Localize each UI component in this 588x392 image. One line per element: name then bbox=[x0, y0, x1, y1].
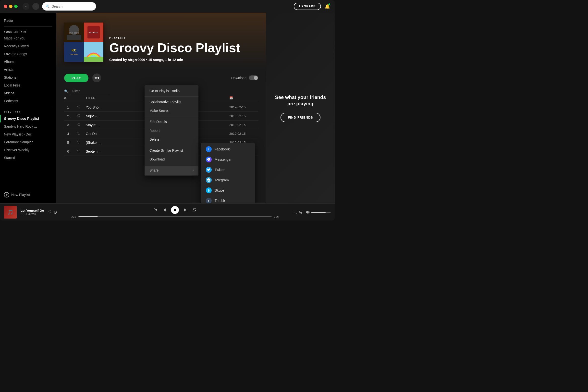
sidebar-item-albums[interactable]: Albums bbox=[0, 58, 56, 66]
playlist-song-count: 15 songs, 1 hr 12 min bbox=[148, 58, 183, 62]
context-item-create-similar[interactable]: Create Similar Playlist bbox=[144, 146, 198, 155]
sidebar-item-recently-played[interactable]: Recently Played bbox=[0, 42, 56, 50]
traffic-lights bbox=[4, 5, 18, 8]
heart-button[interactable]: ♡ bbox=[74, 105, 84, 110]
repeat-button[interactable] bbox=[192, 208, 196, 212]
filter-input[interactable] bbox=[70, 88, 110, 94]
context-item-delete[interactable]: Delete bbox=[144, 135, 198, 144]
share-item-twitter[interactable]: Twitter bbox=[201, 165, 255, 175]
svg-rect-15 bbox=[174, 209, 175, 211]
col-date: 📅 bbox=[229, 96, 249, 100]
starred-label: Starred bbox=[4, 156, 15, 160]
context-divider-4 bbox=[144, 165, 198, 165]
sidebar-item-radio[interactable]: Radio bbox=[0, 17, 56, 24]
upgrade-button[interactable]: UPGRADE bbox=[294, 3, 321, 10]
sidebar-item-stations[interactable]: Stations bbox=[0, 74, 56, 81]
heart-button[interactable]: ♡ bbox=[74, 131, 84, 136]
context-item-edit-details[interactable]: Edit Details bbox=[144, 117, 198, 126]
now-playing-heart-button[interactable]: ♡ bbox=[48, 210, 52, 214]
sidebar-item-sandy-hard-rock[interactable]: Sandy's Hard Rock ... bbox=[0, 122, 56, 130]
close-button[interactable] bbox=[4, 5, 7, 8]
svg-rect-24 bbox=[300, 212, 302, 214]
svg-text:KC: KC bbox=[72, 48, 76, 52]
sidebar-item-new-playlist-dec[interactable]: New Playlist - Dec bbox=[0, 130, 56, 138]
twitter-label: Twitter bbox=[214, 168, 225, 172]
playlist-toolbar: PLAY ••• Download bbox=[56, 70, 266, 86]
track-date: 2019-02-15 bbox=[229, 114, 249, 118]
context-item-download[interactable]: Download bbox=[144, 155, 198, 164]
svg-rect-11 bbox=[84, 57, 104, 62]
sidebar-item-artists[interactable]: Artists bbox=[0, 66, 56, 74]
next-button[interactable] bbox=[184, 208, 188, 212]
sidebar-item-local-files[interactable]: Local Files bbox=[0, 81, 56, 89]
search-input[interactable] bbox=[52, 4, 92, 8]
back-button[interactable]: ‹ bbox=[22, 3, 30, 10]
sidebar-item-videos[interactable]: Videos bbox=[0, 89, 56, 97]
collaborative-label: Collaborative Playlist bbox=[150, 100, 181, 104]
playlists-label: PLAYLISTS bbox=[0, 109, 56, 115]
more-options-button[interactable]: ••• bbox=[92, 74, 101, 82]
now-playing-art: 🎵 bbox=[4, 206, 17, 218]
heart-button[interactable]: ♡ bbox=[74, 149, 84, 154]
telegram-icon bbox=[206, 177, 212, 183]
now-playing-title: Let Yourself Go bbox=[20, 209, 44, 212]
context-item-collaborative[interactable]: Collaborative Playlist bbox=[144, 98, 198, 106]
context-item-share[interactable]: Share › bbox=[144, 166, 198, 175]
svg-rect-16 bbox=[175, 209, 176, 211]
sidebar-item-starred[interactable]: Starred bbox=[0, 154, 56, 162]
share-chevron-icon: › bbox=[192, 168, 194, 172]
make-secret-label: Make Secret bbox=[150, 109, 169, 113]
notifications-icon[interactable]: 🔔 bbox=[324, 3, 331, 10]
heart-button[interactable]: ♡ bbox=[74, 114, 84, 118]
now-playing-artist: B.T. Express bbox=[20, 212, 44, 215]
queue-button[interactable] bbox=[293, 210, 297, 214]
heart-button[interactable]: ♡ bbox=[74, 140, 84, 145]
player-right-controls bbox=[293, 210, 331, 214]
progress-bar[interactable] bbox=[78, 216, 272, 217]
share-item-skype[interactable]: S Skype bbox=[201, 185, 255, 196]
search-bar[interactable]: 🔍 bbox=[42, 2, 96, 10]
context-item-make-secret[interactable]: Make Secret bbox=[144, 106, 198, 115]
now-playing-remove-button[interactable]: ⊖ bbox=[54, 210, 57, 215]
artists-label: Artists bbox=[4, 68, 14, 72]
sidebar-item-podcasts[interactable]: Podcasts bbox=[0, 97, 56, 105]
now-playing-bar: 🎵 Let Yourself Go B.T. Express ♡ ⊖ bbox=[0, 203, 335, 220]
app-body: Radio YOUR LIBRARY Made For You Recently… bbox=[0, 13, 335, 203]
sidebar-item-paramore[interactable]: Paramore Sampler bbox=[0, 138, 56, 146]
shuffle-button[interactable] bbox=[153, 208, 157, 212]
sidebar-item-favorite-songs[interactable]: Favorite Songs bbox=[0, 50, 56, 58]
share-item-telegram[interactable]: Telegram bbox=[201, 175, 255, 185]
context-item-go-to-playlist-radio[interactable]: Go to Playlist Radio bbox=[144, 86, 198, 95]
previous-button[interactable] bbox=[162, 208, 166, 212]
tumblr-label: Tumblr bbox=[214, 199, 225, 202]
svg-text:BEE GEES: BEE GEES bbox=[89, 32, 98, 34]
sidebar-item-discover-weekly[interactable]: Discover Weekly bbox=[0, 146, 56, 154]
minimize-button[interactable] bbox=[9, 5, 12, 8]
track-number: 4 bbox=[64, 132, 72, 136]
share-item-messenger[interactable]: Messenger bbox=[201, 154, 255, 165]
new-playlist-label: New Playlist bbox=[11, 193, 30, 197]
sidebar-divider bbox=[4, 26, 52, 27]
volume-bar[interactable] bbox=[311, 212, 331, 213]
share-item-tumblr[interactable]: t Tumblr bbox=[201, 196, 255, 203]
maximize-button[interactable] bbox=[14, 5, 18, 8]
heart-button[interactable]: ♡ bbox=[74, 122, 84, 127]
play-button[interactable]: PLAY bbox=[64, 74, 88, 82]
title-bar: ‹ › 🔍 UPGRADE 🔔 bbox=[0, 0, 335, 13]
volume-icon-button[interactable] bbox=[306, 210, 310, 214]
sidebar-item-groovy-disco[interactable]: Groovy Disco Playlist bbox=[0, 115, 56, 122]
download-toggle[interactable] bbox=[249, 76, 258, 80]
play-pause-button[interactable] bbox=[171, 206, 179, 214]
podcasts-label: Podcasts bbox=[4, 99, 18, 103]
sidebar-item-radio-label: Radio bbox=[4, 18, 13, 22]
share-item-facebook[interactable]: f Facebook bbox=[201, 144, 255, 154]
find-friends-button[interactable]: FIND FRIENDS bbox=[280, 113, 320, 122]
playlist-art: BEE GEES BEE GEES KC SUNSHINE bbox=[64, 22, 104, 62]
forward-button[interactable]: › bbox=[32, 3, 39, 10]
devices-button[interactable] bbox=[300, 210, 303, 214]
new-playlist-button[interactable]: + New Playlist bbox=[0, 190, 56, 200]
sidebar-item-made-for-you[interactable]: Made For You bbox=[0, 34, 56, 42]
favorite-songs-label: Favorite Songs bbox=[4, 52, 27, 56]
more-dots-icon: ••• bbox=[94, 75, 100, 81]
progress-area: 0:21 3:23 bbox=[71, 215, 279, 218]
